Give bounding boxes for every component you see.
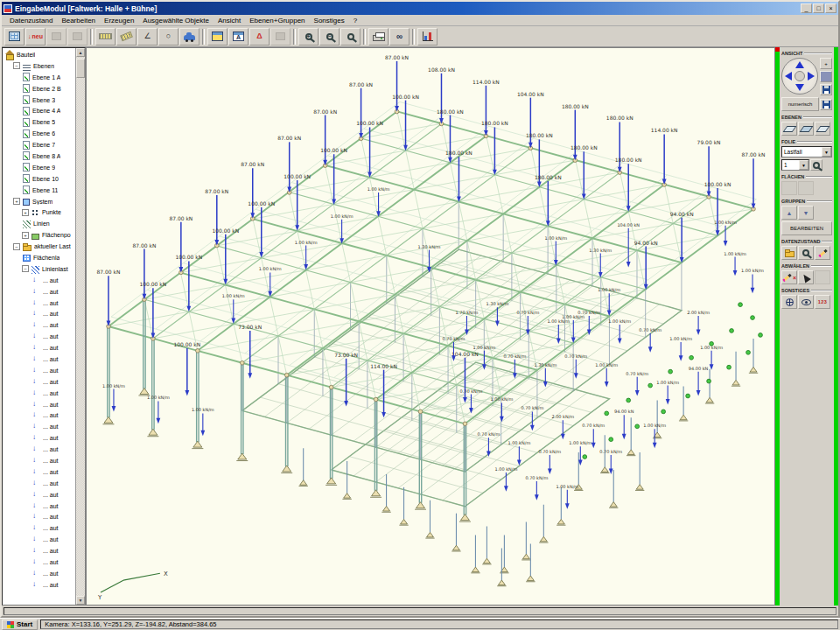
r otate-down-icon[interactable] [795, 84, 804, 91]
deselect-cursor-button[interactable] [798, 270, 814, 284]
folie-number-dropdown[interactable]: 1 ▼ [781, 159, 809, 171]
tree-item[interactable]: ... aut [3, 319, 75, 331]
tree-item[interactable]: ... aut [3, 579, 75, 591]
view-options-button[interactable]: ∞ [389, 28, 410, 46]
print-button[interactable] [368, 28, 388, 46]
tree-item[interactable]: +Punkte [3, 206, 75, 218]
arc-button[interactable]: ○ [158, 28, 178, 46]
tree-item[interactable]: ... aut [3, 376, 75, 388]
tree-expander[interactable]: − [13, 243, 20, 250]
ebene-edit-button[interactable] [815, 122, 830, 136]
model-viewport[interactable]: 87.00 kN87.00 kN87.00 kN87.00 kN87.00 kN… [86, 47, 775, 606]
tree-item[interactable]: ... aut [3, 556, 75, 568]
tree-item[interactable]: Linien [3, 218, 75, 229]
chevron-down-icon[interactable]: ▼ [799, 160, 808, 170]
save-view-button[interactable] [820, 84, 832, 95]
bearbeiten-button[interactable]: BEARBEITEN [781, 221, 832, 235]
zoom-plus-button[interactable]: + [820, 58, 832, 69]
view-compass[interactable] [781, 58, 818, 94]
menu-bearbeiten[interactable]: Bearbeiten [57, 16, 100, 25]
tree-item[interactable]: Ebene 8 A [3, 150, 75, 162]
tree-item[interactable]: +Flächenpo [3, 229, 75, 241]
tree-item[interactable]: −aktueller Last [3, 241, 75, 252]
maximize-button[interactable]: □ [813, 4, 824, 13]
tree-item[interactable]: ... aut [3, 275, 75, 286]
zoom-out-button[interactable]: − [319, 28, 340, 46]
start-button[interactable]: Start [2, 620, 38, 630]
tree-item[interactable]: Ebene 10 [3, 173, 75, 185]
tree-item[interactable]: Bauteil [3, 49, 75, 60]
view-mode-button[interactable] [820, 71, 832, 82]
scroll-up-button[interactable]: ▲ [76, 48, 85, 57]
tree-item[interactable]: ... aut [3, 466, 75, 478]
gruppe-up-button[interactable]: ▲ [781, 206, 797, 220]
tree-item[interactable]: ... aut [3, 298, 75, 309]
scale-button[interactable]: Δ [249, 28, 270, 46]
rotate-up-icon[interactable] [795, 61, 804, 68]
tree-item[interactable]: ... aut [3, 478, 75, 489]
folie-zoom-button[interactable] [810, 159, 822, 171]
ruler-button[interactable] [95, 28, 116, 46]
tree-item[interactable]: Ebene 5 [3, 116, 75, 128]
tree-item[interactable]: Ebene 11 [3, 185, 75, 196]
tree-item[interactable]: −Linienlast [3, 263, 75, 275]
measure-button[interactable] [116, 28, 136, 46]
menu-ausgew-hlte-objekte[interactable]: Ausgewählte Objekte [138, 16, 214, 25]
tree-item[interactable]: ... aut [3, 421, 75, 432]
tree-item[interactable]: ... aut [3, 512, 75, 523]
menu-datenzustand[interactable]: Datenzustand [5, 16, 57, 25]
tree-item[interactable]: ... aut [3, 455, 75, 466]
tree-item[interactable]: ... aut [3, 489, 75, 500]
close-button[interactable]: × [825, 4, 836, 13]
compass-center[interactable] [794, 71, 805, 81]
vehicle-load-button[interactable] [179, 28, 200, 46]
ebene-select-button[interactable] [798, 122, 814, 136]
tree-item[interactable]: −Ebenen [3, 60, 75, 72]
lastfall-dropdown[interactable]: Lastfall ▼ [781, 146, 832, 158]
flaechen-button-2[interactable] [798, 181, 814, 195]
zoom-window-button[interactable] [340, 28, 360, 46]
tree-item[interactable]: ... aut [3, 534, 75, 545]
tree-item[interactable]: +System [3, 196, 75, 207]
tree-item[interactable]: ... aut [3, 286, 75, 298]
zoom-in-button[interactable]: + [298, 28, 318, 46]
tree-expander[interactable]: − [13, 62, 20, 69]
sonstiges-view-button[interactable] [798, 295, 814, 309]
flaechen-button-1[interactable] [781, 181, 797, 195]
tree-item[interactable]: ... aut [3, 432, 75, 444]
menu-erzeugen[interactable]: Erzeugen [100, 16, 138, 25]
deselect-edit-button[interactable]: × [781, 270, 797, 284]
tree-item[interactable]: ... aut [3, 388, 75, 399]
tree-item[interactable]: ... aut [3, 522, 75, 534]
scroll-thumb[interactable] [76, 59, 85, 78]
tree-item[interactable]: ... aut [3, 354, 75, 365]
minimize-button[interactable]: _ [801, 4, 812, 13]
tree-item[interactable]: Ebene 1 A [3, 72, 75, 83]
tree-item[interactable]: ... aut [3, 399, 75, 410]
tree-item[interactable]: ... aut [3, 568, 75, 579]
tree-item[interactable]: ... aut [3, 410, 75, 422]
datenzustand-edit-button[interactable] [815, 246, 830, 260]
tree-item[interactable]: ... aut [3, 342, 75, 354]
datenzustand-inspect-button[interactable] [798, 246, 814, 260]
angle-button[interactable]: ∠ [137, 28, 158, 46]
tree-item[interactable]: Ebene 9 [3, 162, 75, 173]
tree-item[interactable]: Flächenla [3, 252, 75, 263]
tree-item[interactable]: ... aut [3, 500, 75, 512]
tree-item[interactable]: Ebene 3 [3, 94, 75, 106]
title-bar[interactable]: EingabeModul [Faltwerk: Halle + Bühne] _… [2, 2, 838, 15]
sonstiges-renumber-button[interactable]: 123 [815, 295, 830, 309]
tree-item[interactable]: Ebene 2 B [3, 83, 75, 94]
tree-item[interactable]: ... aut [3, 444, 75, 455]
rotate-left-icon[interactable] [785, 72, 792, 80]
rotate-right-icon[interactable] [808, 72, 815, 80]
tree-item[interactable]: Ebene 6 [3, 128, 75, 139]
tree-expander[interactable]: + [22, 209, 29, 216]
chevron-down-icon[interactable]: ▼ [822, 147, 831, 157]
save-numeric-button[interactable] [820, 99, 832, 110]
tree-item[interactable]: ... aut [3, 545, 75, 556]
window-a-button[interactable]: A [228, 28, 248, 46]
menu--[interactable]: ? [349, 16, 361, 25]
gruppe-down-button[interactable]: ▼ [798, 206, 814, 220]
menu-ebenen-gruppen[interactable]: Ebenen+Gruppen [245, 16, 309, 25]
